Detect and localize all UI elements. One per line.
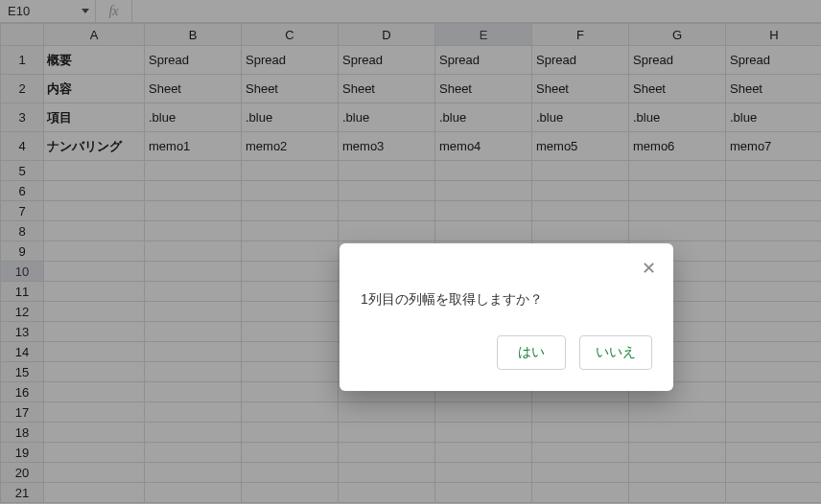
no-button[interactable]: いいえ — [579, 335, 652, 370]
dialog-buttons: はい いいえ — [361, 335, 652, 370]
confirm-dialog: ✕ 1列目の列幅を取得しますか？ はい いいえ — [340, 243, 673, 391]
dialog-message: 1列目の列幅を取得しますか？ — [361, 291, 652, 309]
yes-button[interactable]: はい — [497, 335, 566, 370]
close-icon[interactable]: ✕ — [637, 257, 660, 280]
